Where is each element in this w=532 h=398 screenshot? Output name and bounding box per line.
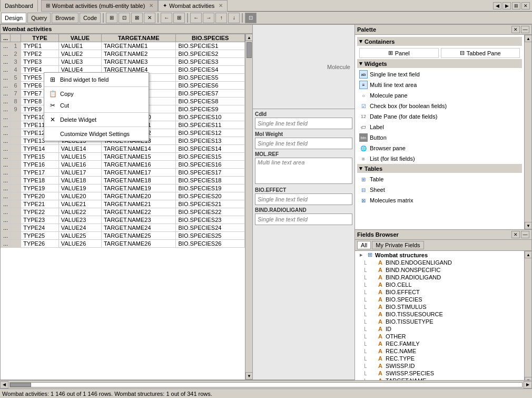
multi-entity-tab-close[interactable]: ✕ xyxy=(149,3,153,8)
tree-item[interactable]: AREC.TYPE xyxy=(355,355,524,362)
expand-cell[interactable]: ... xyxy=(1,232,11,240)
expand-cell[interactable]: ... xyxy=(1,66,11,74)
palette-tabbed-item[interactable]: ⊟ Tabbed Pane xyxy=(441,48,520,58)
table-row[interactable]: ... TYPE21 VALUE21 TARGET.NAME21 BIO.SPE… xyxy=(1,200,245,208)
fields-tab-private[interactable]: My Private Fields xyxy=(372,241,423,249)
hscroll-thumb[interactable] xyxy=(10,383,31,387)
molweight-input[interactable] xyxy=(255,138,352,149)
widgets-collapse-icon[interactable]: ▾ xyxy=(359,60,362,67)
toolbar-layout-btn[interactable]: ⊡ xyxy=(245,13,257,23)
expand-cell[interactable]: ... xyxy=(1,185,11,192)
expand-cell[interactable]: ... xyxy=(1,90,11,98)
table-row[interactable]: ... 1 TYPE1 VALUE1 TARGET.NAME1 BIO.SPEC… xyxy=(1,42,245,50)
toolbar-grid-btn[interactable]: ⊞ xyxy=(106,13,117,23)
expand-cell[interactable]: ... xyxy=(1,216,11,224)
col-target[interactable]: TARGET.NAME xyxy=(101,34,176,42)
expand-cell[interactable]: ... xyxy=(1,177,11,185)
expand-cell[interactable]: ... xyxy=(1,145,11,153)
hscroll-left[interactable]: ◀ xyxy=(0,381,8,389)
table-row[interactable]: ... TYPE19 VALUE19 TARGET.NAME19 BIO.SPE… xyxy=(1,185,245,192)
palette-list[interactable]: ≡ List (for list fields) xyxy=(357,153,522,164)
tree-item[interactable]: AOTHER xyxy=(355,333,524,340)
expand-cell[interactable]: ... xyxy=(1,200,11,208)
nav-back-btn[interactable]: ◀ xyxy=(493,2,501,9)
bioeffect-input[interactable] xyxy=(255,193,352,205)
palette-single-text[interactable]: ab Single line text field xyxy=(357,69,522,80)
table-vscroll[interactable]: ▲ ▼ xyxy=(245,34,252,380)
table-row[interactable]: ... TYPE16 VALUE16 TARGET.NAME16 BIO.SPE… xyxy=(1,161,245,169)
palette-button[interactable]: btn Button xyxy=(357,132,522,143)
table-row[interactable]: ... TYPE18 VALUE18 TARGET.NAME18 BIO.SPE… xyxy=(1,177,245,185)
toolbar-align-up-btn[interactable]: ↑ xyxy=(215,13,227,23)
palette-min-btn[interactable]: — xyxy=(521,26,529,33)
expand-cell[interactable]: ... xyxy=(1,74,11,82)
palette-vscroll-up[interactable]: ▲ xyxy=(525,35,531,42)
toolbar-grid2-btn[interactable]: ⊞ xyxy=(173,13,185,23)
hscroll-right[interactable]: ▶ xyxy=(524,381,532,389)
fields-content[interactable]: ▸⊞Wombat structuresABIND.ENDOGENLIGANDAB… xyxy=(355,251,524,380)
palette-vscroll-down[interactable]: ▼ xyxy=(525,222,531,229)
tables-collapse-icon[interactable]: ▾ xyxy=(359,165,362,172)
table-row[interactable]: ... 2 TYPE2 VALUE2 TARGET.NAME2 BIO.SPEC… xyxy=(1,50,245,58)
expand-cell[interactable]: ... xyxy=(1,105,11,113)
design-tab[interactable]: Design xyxy=(1,13,26,23)
expand-cell[interactable]: ... xyxy=(1,98,11,105)
expand-cell[interactable]: ... xyxy=(1,240,11,248)
palette-sheet[interactable]: ⊟ Sheet xyxy=(357,185,522,195)
palette-vscroll[interactable]: ▲ ▼ xyxy=(524,35,531,229)
expand-cell[interactable]: ... xyxy=(1,58,11,66)
fields-min-btn[interactable]: — xyxy=(521,231,529,238)
palette-label[interactable]: 🏷 Label xyxy=(357,122,522,132)
palette-table[interactable]: ⊞ Table xyxy=(357,174,522,185)
col-value[interactable]: VALUE xyxy=(58,34,101,42)
tree-item[interactable]: ABIND.ENDOGENLIGAND xyxy=(355,259,524,266)
tab-dashboard[interactable]: Dashboard xyxy=(0,0,38,12)
query-tab[interactable]: Query xyxy=(27,13,51,23)
vscroll-down[interactable]: ▼ xyxy=(245,372,252,380)
col-type[interactable]: TYPE xyxy=(21,34,59,42)
expand-cell[interactable]: ... xyxy=(1,153,11,161)
hscroll-track[interactable] xyxy=(9,382,523,387)
cdid-input[interactable] xyxy=(255,118,352,129)
expand-cell[interactable]: ... xyxy=(1,137,11,145)
tile-btn[interactable]: ⊞ xyxy=(512,2,520,9)
context-cut[interactable]: ✂ Cut xyxy=(44,100,149,111)
table-row[interactable]: ... TYPE14 VALUE14 TARGET.NAME14 BIO.SPE… xyxy=(1,145,245,153)
tree-item[interactable]: ▸⊞Wombat structures xyxy=(355,251,524,259)
palette-date-pane[interactable]: 12 Date Pane (for date fields) xyxy=(357,111,522,122)
close-win-btn[interactable]: ✕ xyxy=(521,2,530,9)
palette-panel-item[interactable]: ⊞ Panel xyxy=(359,48,439,58)
table-row[interactable]: ... TYPE24 VALUE24 TARGET.NAME24 BIO.SPE… xyxy=(1,224,245,232)
tree-item[interactable]: ABIO.TISSUESOURCE xyxy=(355,310,524,318)
wombat-activities-tab-close[interactable]: ✕ xyxy=(219,3,223,8)
toolbar-align-left-btn[interactable]: ← xyxy=(190,13,202,23)
tree-item[interactable]: AID xyxy=(355,325,524,333)
fields-close-btn[interactable]: ✕ xyxy=(511,231,520,238)
tab-wombat-activities[interactable]: ✦ Wombat activities ✕ xyxy=(158,0,228,12)
tab-multi-entity[interactable]: ⊞ Wombat activities (multi-entity table)… xyxy=(41,0,158,12)
tree-item[interactable]: ABIO.SPECIES xyxy=(355,296,524,303)
toolbar-align-down-btn[interactable]: ↓ xyxy=(228,13,240,23)
tree-item[interactable]: ASWISSP.SPECIES xyxy=(355,370,524,377)
context-customize[interactable]: Customize Widget Settings xyxy=(44,128,149,140)
browse-tab[interactable]: Browse xyxy=(52,13,78,23)
expand-cell[interactable]: ... xyxy=(1,129,11,137)
table-row[interactable]: ... TYPE26 VALUE26 TARGET.NAME26 BIO.SPE… xyxy=(1,240,245,248)
table-row[interactable]: ... TYPE20 VALUE20 TARGET.NAME20 BIO.SPE… xyxy=(1,192,245,200)
expand-cell[interactable]: ... xyxy=(1,42,11,50)
table-row[interactable]: ... TYPE15 VALUE15 TARGET.NAME15 BIO.SPE… xyxy=(1,153,245,161)
tree-item[interactable]: ASWISSP.ID xyxy=(355,362,524,370)
col-bio[interactable]: BIO.SPECIES xyxy=(176,34,245,42)
palette-browser-pane[interactable]: 🌐 Browser pane xyxy=(357,143,522,153)
expand-cell[interactable]: ... xyxy=(1,161,11,169)
expand-cell[interactable]: ... xyxy=(1,82,11,90)
expand-cell[interactable]: ... xyxy=(1,208,11,216)
fields-vscroll-up[interactable]: ▲ xyxy=(525,251,531,258)
toolbar-delete-btn[interactable]: ✕ xyxy=(144,13,155,23)
palette-checkbox[interactable]: ☑ Check box (for boolean fields) xyxy=(357,101,522,111)
code-tab[interactable]: Code xyxy=(80,13,101,23)
palette-molecules-matrix[interactable]: ⊠ Molecules matrix xyxy=(357,195,522,206)
tree-item[interactable]: AREC.NAME xyxy=(355,347,524,355)
tree-item[interactable]: AREC.FAMILY xyxy=(355,340,524,347)
table-row[interactable]: ... TYPE25 VALUE25 TARGET.NAME25 BIO.SPE… xyxy=(1,232,245,240)
